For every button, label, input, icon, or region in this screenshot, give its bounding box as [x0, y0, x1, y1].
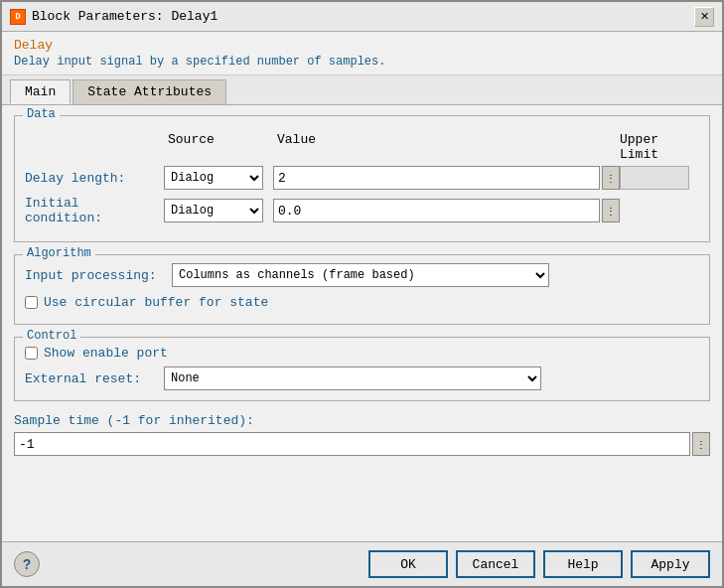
circular-buffer-row: Use circular buffer for state [25, 295, 699, 310]
sample-time-label: Sample time (-1 for inherited): [14, 413, 710, 428]
data-group-label: Data [23, 107, 60, 121]
delay-length-value-cell: ⋮ [273, 166, 620, 190]
block-description: Delay input signal by a specified number… [14, 55, 710, 69]
initial-condition-label: Initial condition: [25, 196, 164, 225]
sample-time-dots-button[interactable]: ⋮ [692, 432, 710, 456]
block-name: Delay [14, 38, 710, 53]
data-grid: Source Value Upper Limit Delay length: D… [25, 132, 699, 225]
initial-condition-value-wrapper: ⋮ [273, 199, 620, 222]
show-enable-checkbox[interactable] [25, 347, 38, 360]
external-reset-label: External reset: [25, 371, 164, 386]
bottom-right: OK Cancel Help Apply [368, 550, 710, 578]
control-section: Show enable port External reset: None Ri… [25, 346, 699, 390]
control-group-label: Control [23, 329, 80, 343]
circular-buffer-label: Use circular buffer for state [44, 295, 268, 310]
help-icon-button[interactable]: ? [14, 551, 40, 577]
tab-main[interactable]: Main [10, 79, 71, 104]
delay-length-input[interactable] [273, 166, 600, 190]
ok-button[interactable]: OK [368, 550, 448, 578]
delay-length-label: Delay length: [25, 171, 164, 186]
help-button[interactable]: Help [543, 550, 623, 578]
tab-state-attributes[interactable]: State Attributes [72, 79, 226, 104]
circular-buffer-checkbox[interactable] [25, 296, 38, 309]
col-label-header [25, 132, 164, 162]
sample-time-input[interactable] [14, 432, 690, 456]
external-reset-select[interactable]: None Rising Falling Either Level Level h… [164, 367, 541, 390]
data-group: Data Source Value Upper Limit Delay leng… [14, 115, 710, 242]
delay-length-source-select[interactable]: Dialog Input port [164, 166, 263, 190]
apply-button[interactable]: Apply [631, 550, 710, 578]
algorithm-section: Input processing: Columns as channels (f… [25, 263, 699, 310]
bottom-left: ? [14, 551, 40, 577]
delay-length-dots-button[interactable]: ⋮ [602, 166, 620, 190]
bottom-bar: ? OK Cancel Help Apply [2, 541, 722, 586]
initial-condition-dots-button[interactable]: ⋮ [602, 199, 620, 222]
delay-length-source-cell: Dialog Input port [164, 166, 273, 190]
input-processing-select[interactable]: Columns as channels (frame based) Elemen… [172, 263, 549, 287]
col-upper-header: Upper Limit [620, 132, 699, 162]
initial-condition-source-cell: Dialog Input port [164, 199, 273, 222]
algorithm-group: Algorithm Input processing: Columns as c… [14, 254, 710, 325]
show-enable-row: Show enable port [25, 346, 699, 361]
dialog-title: Block Parameters: Delay1 [32, 9, 217, 24]
delay-length-value-wrapper: ⋮ [273, 166, 620, 190]
control-group: Control Show enable port External reset:… [14, 337, 710, 401]
block-parameters-dialog: D Block Parameters: Delay1 ✕ Delay Delay… [0, 0, 724, 588]
content-area: Data Source Value Upper Limit Delay leng… [2, 105, 722, 541]
external-reset-row: External reset: None Rising Falling Eith… [25, 367, 699, 390]
delay-length-row: Delay length: Dialog Input port ⋮ [25, 166, 699, 190]
input-processing-row: Input processing: Columns as channels (f… [25, 263, 699, 287]
initial-condition-row: Initial condition: Dialog Input port ⋮ [25, 196, 699, 225]
data-header-row: Source Value Upper Limit [25, 132, 699, 162]
initial-condition-input[interactable] [273, 199, 600, 222]
close-button[interactable]: ✕ [694, 7, 714, 27]
sample-time-input-row: ⋮ [14, 432, 710, 456]
title-bar: D Block Parameters: Delay1 ✕ [2, 2, 722, 32]
col-value-header: Value [273, 132, 620, 162]
cancel-button[interactable]: Cancel [456, 550, 535, 578]
col-source-header: Source [164, 132, 273, 162]
initial-condition-source-select[interactable]: Dialog Input port [164, 199, 263, 222]
tabs-area: Main State Attributes [2, 75, 722, 105]
delay-length-upper-cell [620, 166, 699, 190]
title-bar-left: D Block Parameters: Delay1 [10, 9, 217, 25]
delay-length-upper-input[interactable] [620, 166, 689, 190]
algorithm-group-label: Algorithm [23, 246, 95, 260]
block-icon: D [10, 9, 26, 25]
description-area: Delay Delay input signal by a specified … [2, 32, 722, 75]
initial-condition-value-cell: ⋮ [273, 199, 620, 222]
show-enable-label: Show enable port [44, 346, 168, 361]
sample-time-section: Sample time (-1 for inherited): ⋮ [14, 413, 710, 456]
input-processing-label: Input processing: [25, 268, 164, 283]
